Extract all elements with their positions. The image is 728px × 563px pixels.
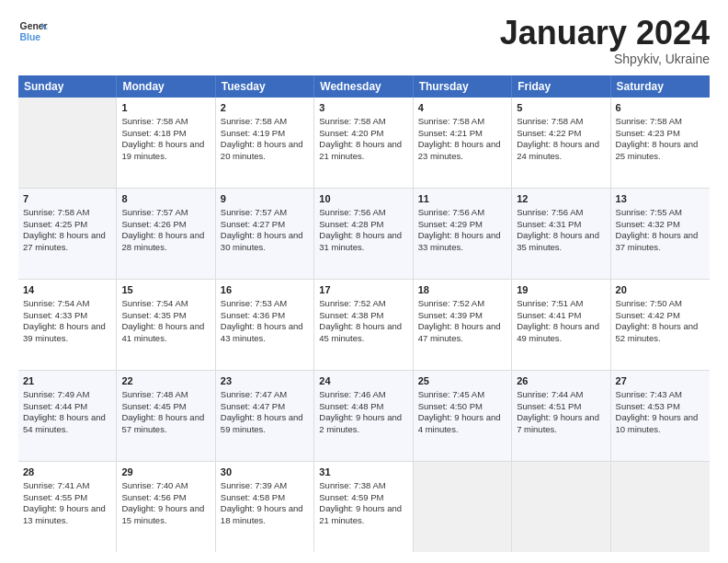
day-number: 28 [23, 465, 111, 479]
sunset-text: Sunset: 4:31 PM [517, 219, 605, 231]
sunrise-text: Sunrise: 7:49 AM [23, 389, 111, 401]
calendar-cell: 14Sunrise: 7:54 AMSunset: 4:33 PMDayligh… [18, 280, 117, 370]
calendar-cell: 19Sunrise: 7:51 AMSunset: 4:41 PMDayligh… [512, 280, 610, 370]
calendar-cell [414, 462, 512, 552]
sunset-text: Sunset: 4:55 PM [23, 492, 111, 504]
day-number: 14 [23, 283, 111, 297]
sunset-text: Sunset: 4:53 PM [616, 401, 705, 413]
calendar-cell [611, 462, 710, 552]
sunrise-text: Sunrise: 7:58 AM [517, 116, 605, 128]
header-monday: Monday [117, 75, 215, 98]
calendar-cell: 15Sunrise: 7:54 AMSunset: 4:35 PMDayligh… [117, 280, 215, 370]
sunrise-text: Sunrise: 7:50 AM [616, 298, 705, 310]
calendar-cell: 13Sunrise: 7:55 AMSunset: 4:32 PMDayligh… [611, 189, 710, 279]
sunset-text: Sunset: 4:20 PM [319, 128, 407, 140]
calendar-cell: 11Sunrise: 7:56 AMSunset: 4:29 PMDayligh… [414, 189, 512, 279]
day-number: 1 [121, 101, 210, 115]
sunset-text: Sunset: 4:29 PM [418, 219, 506, 231]
calendar-cell: 4Sunrise: 7:58 AMSunset: 4:21 PMDaylight… [414, 98, 512, 188]
calendar-cell: 8Sunrise: 7:57 AMSunset: 4:26 PMDaylight… [117, 189, 215, 279]
day-number: 16 [221, 283, 309, 297]
calendar-cell [18, 98, 117, 188]
calendar-cell: 21Sunrise: 7:49 AMSunset: 4:44 PMDayligh… [18, 371, 117, 461]
sunset-text: Sunset: 4:36 PM [221, 310, 309, 322]
day-number: 21 [23, 374, 111, 388]
sunset-text: Sunset: 4:48 PM [319, 401, 407, 413]
daylight-text: Daylight: 8 hours and 20 minutes. [221, 139, 309, 163]
sunrise-text: Sunrise: 7:58 AM [418, 116, 506, 128]
day-number: 30 [221, 465, 309, 479]
daylight-text: Daylight: 8 hours and 57 minutes. [121, 412, 210, 436]
day-number: 18 [418, 283, 506, 297]
sunset-text: Sunset: 4:35 PM [121, 310, 210, 322]
daylight-text: Daylight: 8 hours and 30 minutes. [221, 230, 309, 254]
sunset-text: Sunset: 4:32 PM [616, 219, 705, 231]
sunrise-text: Sunrise: 7:53 AM [221, 298, 309, 310]
daylight-text: Daylight: 9 hours and 10 minutes. [616, 412, 705, 436]
sunrise-text: Sunrise: 7:58 AM [221, 116, 309, 128]
daylight-text: Daylight: 9 hours and 15 minutes. [121, 503, 210, 527]
sunrise-text: Sunrise: 7:56 AM [517, 207, 605, 219]
calendar-header: Sunday Monday Tuesday Wednesday Thursday… [18, 75, 710, 98]
daylight-text: Daylight: 9 hours and 4 minutes. [418, 412, 506, 436]
day-number: 22 [121, 374, 210, 388]
calendar-week-3: 14Sunrise: 7:54 AMSunset: 4:33 PMDayligh… [18, 280, 710, 371]
sunrise-text: Sunrise: 7:52 AM [418, 298, 506, 310]
daylight-text: Daylight: 8 hours and 43 minutes. [221, 321, 309, 345]
daylight-text: Daylight: 9 hours and 2 minutes. [319, 412, 407, 436]
day-number: 29 [121, 465, 210, 479]
sunrise-text: Sunrise: 7:57 AM [221, 207, 309, 219]
header-saturday: Saturday [611, 75, 710, 98]
daylight-text: Daylight: 8 hours and 37 minutes. [616, 230, 705, 254]
sunrise-text: Sunrise: 7:54 AM [23, 298, 111, 310]
sunrise-text: Sunrise: 7:58 AM [121, 116, 210, 128]
sunset-text: Sunset: 4:42 PM [616, 310, 705, 322]
sunset-text: Sunset: 4:18 PM [121, 128, 210, 140]
calendar-cell: 30Sunrise: 7:39 AMSunset: 4:58 PMDayligh… [216, 462, 314, 552]
sunrise-text: Sunrise: 7:47 AM [221, 389, 309, 401]
daylight-text: Daylight: 8 hours and 28 minutes. [121, 230, 210, 254]
sunrise-text: Sunrise: 7:51 AM [517, 298, 605, 310]
sunset-text: Sunset: 4:47 PM [221, 401, 309, 413]
sunset-text: Sunset: 4:41 PM [517, 310, 605, 322]
sunset-text: Sunset: 4:56 PM [121, 492, 210, 504]
sunset-text: Sunset: 4:23 PM [616, 128, 705, 140]
day-number: 15 [121, 283, 210, 297]
day-number: 12 [517, 192, 605, 206]
calendar-cell: 3Sunrise: 7:58 AMSunset: 4:20 PMDaylight… [314, 98, 413, 188]
day-number: 19 [517, 283, 605, 297]
calendar-cell: 18Sunrise: 7:52 AMSunset: 4:39 PMDayligh… [414, 280, 512, 370]
daylight-text: Daylight: 8 hours and 54 minutes. [23, 412, 111, 436]
header: General Blue General Blue January 2024 S… [18, 17, 710, 66]
daylight-text: Daylight: 8 hours and 31 minutes. [319, 230, 407, 254]
calendar-cell: 17Sunrise: 7:52 AMSunset: 4:38 PMDayligh… [314, 280, 413, 370]
sunrise-text: Sunrise: 7:57 AM [121, 207, 210, 219]
sunrise-text: Sunrise: 7:55 AM [616, 207, 705, 219]
month-title: January 2024 [500, 17, 710, 50]
sunset-text: Sunset: 4:21 PM [418, 128, 506, 140]
day-number: 24 [319, 374, 407, 388]
sunset-text: Sunset: 4:27 PM [221, 219, 309, 231]
calendar-cell: 2Sunrise: 7:58 AMSunset: 4:19 PMDaylight… [216, 98, 314, 188]
sunrise-text: Sunrise: 7:41 AM [23, 480, 111, 492]
header-friday: Friday [512, 75, 610, 98]
calendar-cell: 23Sunrise: 7:47 AMSunset: 4:47 PMDayligh… [216, 371, 314, 461]
sunset-text: Sunset: 4:45 PM [121, 401, 210, 413]
calendar-cell: 20Sunrise: 7:50 AMSunset: 4:42 PMDayligh… [611, 280, 710, 370]
calendar: Sunday Monday Tuesday Wednesday Thursday… [18, 75, 710, 552]
calendar-cell: 29Sunrise: 7:40 AMSunset: 4:56 PMDayligh… [117, 462, 215, 552]
calendar-cell: 7Sunrise: 7:58 AMSunset: 4:25 PMDaylight… [18, 189, 117, 279]
daylight-text: Daylight: 8 hours and 33 minutes. [418, 230, 506, 254]
sunset-text: Sunset: 4:33 PM [23, 310, 111, 322]
calendar-cell: 9Sunrise: 7:57 AMSunset: 4:27 PMDaylight… [216, 189, 314, 279]
sunrise-text: Sunrise: 7:56 AM [319, 207, 407, 219]
day-number: 7 [23, 192, 111, 206]
day-number: 13 [616, 192, 705, 206]
calendar-cell: 10Sunrise: 7:56 AMSunset: 4:28 PMDayligh… [314, 189, 413, 279]
daylight-text: Daylight: 8 hours and 24 minutes. [517, 139, 605, 163]
sunset-text: Sunset: 4:44 PM [23, 401, 111, 413]
sunrise-text: Sunrise: 7:40 AM [121, 480, 210, 492]
sunset-text: Sunset: 4:25 PM [23, 219, 111, 231]
sunrise-text: Sunrise: 7:58 AM [319, 116, 407, 128]
daylight-text: Daylight: 8 hours and 35 minutes. [517, 230, 605, 254]
